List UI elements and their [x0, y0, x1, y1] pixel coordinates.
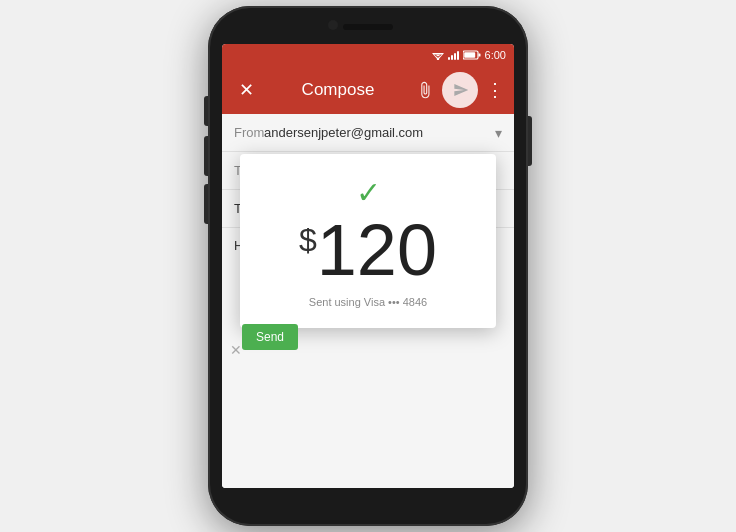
from-label: From — [234, 125, 264, 140]
send-button[interactable] — [442, 72, 478, 108]
currency-symbol: $ — [299, 222, 317, 259]
amount-display: $ 120 — [299, 214, 437, 286]
from-dropdown-icon[interactable]: ▾ — [495, 125, 502, 141]
power-button — [528, 116, 532, 166]
mute-button — [204, 184, 208, 224]
from-row: From andersenjpeter@gmail.com ▾ — [222, 114, 514, 152]
success-checkmark: ✓ — [356, 178, 381, 208]
more-options-button[interactable]: ⋮ — [486, 79, 504, 101]
close-button[interactable]: ✕ — [232, 79, 260, 101]
amount-number: 120 — [317, 214, 437, 286]
battery-icon — [463, 50, 481, 60]
compose-form: From andersenjpeter@gmail.com ▾ To Th H … — [222, 114, 514, 488]
phone-speaker — [343, 24, 393, 30]
phone-camera — [328, 20, 338, 30]
send-money-button[interactable]: Send — [242, 324, 298, 350]
payment-card: ✓ $ 120 Sent using Visa ••• 4846 Send ✕ — [240, 154, 496, 328]
send-icon — [453, 82, 469, 98]
volume-up-button — [204, 96, 208, 126]
status-icons — [432, 50, 481, 60]
phone-frame: 6:00 ✕ Compose ⋮ From andersenjpeter@ — [208, 6, 528, 526]
compose-toolbar: ✕ Compose ⋮ — [222, 66, 514, 114]
svg-rect-6 — [464, 52, 475, 58]
wifi-icon — [432, 50, 444, 60]
payment-footer: Sent using Visa ••• 4846 — [309, 296, 427, 308]
phone-screen: 6:00 ✕ Compose ⋮ From andersenjpeter@ — [222, 44, 514, 488]
svg-rect-5 — [478, 54, 480, 57]
from-value[interactable]: andersenjpeter@gmail.com — [264, 125, 495, 140]
toolbar-title: Compose — [268, 80, 408, 100]
dismiss-button[interactable]: ✕ — [230, 342, 242, 358]
volume-down-button — [204, 136, 208, 176]
attach-icon[interactable] — [416, 81, 434, 99]
signal-icon — [448, 50, 459, 60]
status-time: 6:00 — [485, 49, 506, 61]
status-bar: 6:00 — [222, 44, 514, 66]
